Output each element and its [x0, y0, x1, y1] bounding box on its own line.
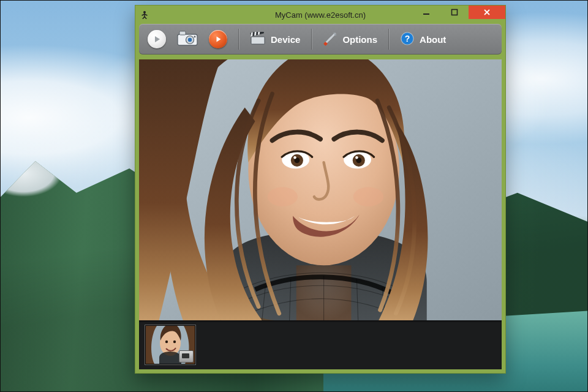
camera-icon — [177, 31, 198, 48]
thumbnail-type-icon — [179, 350, 194, 363]
mycam-window: MyCam (www.e2esoft.cn) — [135, 5, 506, 374]
svg-point-7 — [194, 36, 196, 37]
toolbar-separator — [388, 29, 389, 50]
help-icon: ? — [400, 31, 415, 48]
play-icon — [148, 30, 166, 48]
thumbnail-strip[interactable] — [139, 320, 502, 369]
maximize-icon — [451, 9, 458, 16]
options-label: Options — [342, 34, 377, 45]
svg-point-31 — [165, 341, 168, 343]
video-preview[interactable] — [139, 59, 502, 320]
thumbnail-item[interactable] — [145, 325, 195, 364]
record-button[interactable] — [209, 30, 227, 48]
svg-point-28 — [353, 187, 383, 206]
device-button[interactable]: Device — [250, 32, 300, 47]
play-button[interactable] — [148, 30, 166, 48]
toolbar-separator — [238, 29, 239, 50]
minimize-icon — [423, 9, 430, 16]
svg-point-32 — [173, 341, 176, 343]
about-button[interactable]: ? About — [400, 31, 446, 48]
snapshot-button[interactable] — [177, 31, 198, 48]
figure-icon — [140, 10, 149, 19]
window-controls — [412, 6, 505, 19]
svg-rect-2 — [452, 10, 458, 15]
close-button[interactable] — [469, 6, 505, 19]
close-icon — [483, 9, 491, 16]
about-label: About — [420, 34, 446, 45]
toolbar: Device Options ? — [139, 24, 502, 55]
svg-text:?: ? — [405, 34, 410, 43]
svg-rect-1 — [423, 13, 429, 15]
record-play-icon — [209, 30, 227, 48]
preview-portrait — [139, 59, 502, 320]
toolbar-separator — [311, 29, 312, 50]
svg-rect-8 — [251, 37, 265, 44]
minimize-button[interactable] — [412, 6, 440, 19]
svg-point-27 — [268, 187, 298, 206]
svg-point-6 — [188, 37, 192, 41]
device-label: Device — [271, 34, 300, 45]
options-button[interactable]: Options — [323, 31, 377, 48]
svg-rect-12 — [258, 32, 260, 35]
tools-icon — [323, 31, 337, 48]
svg-rect-4 — [179, 31, 186, 35]
svg-point-26 — [355, 156, 358, 159]
svg-point-25 — [293, 156, 296, 159]
clapperboard-icon — [250, 32, 266, 47]
titlebar[interactable]: MyCam (www.e2esoft.cn) — [135, 6, 505, 24]
maximize-button[interactable] — [440, 6, 469, 19]
